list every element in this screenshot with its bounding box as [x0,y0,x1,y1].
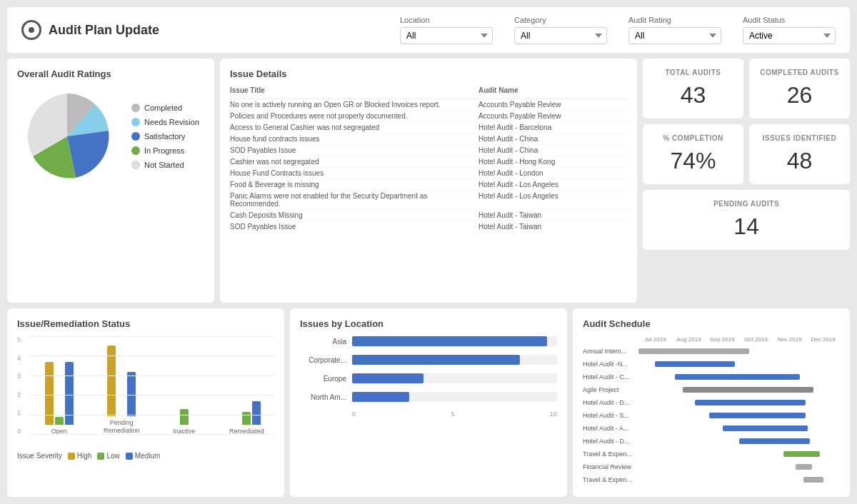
issue-title-2: Access to General Cashier was not segreg… [230,122,478,133]
hbar-asia: Asia [300,336,557,346]
gantt-bar-5 [709,413,806,418]
gantt-row-0: Annual Intern... [583,346,840,357]
high-legend-icon [68,453,75,460]
needs-revision-label: Needs Revision [144,118,199,126]
asia-label: Asia [300,338,346,346]
europe-label: Europe [300,375,346,383]
medium-legend-item: Medium [126,452,161,460]
issue-row-10: SOD Payables IssueHotel Audit - Taiwan [230,221,627,233]
y0: 0 [17,428,21,435]
location-label: Location [400,16,493,24]
audit-status-filter: Audit Status Active [743,16,836,44]
corporate-label: Corporate... [300,356,346,364]
gantt-chart: Jul 2019 Aug 2019 Sep 2019 Oct 2019 Nov … [583,336,840,487]
not-started-dot [131,161,140,169]
in-progress-dot [131,146,140,155]
issue-title-9: Cash Deposits Missing [230,210,478,221]
gantt-name-5: Hotel Audit - S... [583,412,638,419]
audit-name-6: Hotel Audit - London [478,168,627,179]
pending-audits-card: PENDING AUDITS 14 [643,190,850,250]
issue-remediation-title: Issue/Remediation Status [17,318,274,329]
gantt-timeline-1 [638,361,840,368]
satisfactory-dot [131,132,140,141]
category-select[interactable]: All [514,27,607,44]
issue-severity-label: Issue Severity [17,452,62,460]
top-stats-grid: TOTAL AUDITS 43 COMPLETED AUDITS 26 % CO… [643,59,850,184]
gantt-name-8: Travel & Expen... [583,450,638,458]
medium-legend-label: Medium [135,452,161,460]
audit-name-4: Hotel Audit - China [478,145,627,156]
audit-col-header: Audit Name [478,86,627,99]
audit-name-3: Hotel Audit - China [478,133,627,145]
gantt-bar-0 [638,348,749,354]
gantt-timeline-6 [638,425,840,432]
audit-name-8: Hotel Audit - Los Angeles [478,191,627,210]
asia-fill [352,336,547,346]
audit-rating-select[interactable]: All [628,27,721,44]
pct-completion-label: % COMPLETION [653,134,733,142]
location-select[interactable]: All [400,27,493,44]
location-filter: Location All [400,16,493,44]
y3: 3 [17,373,21,380]
needs-revision-dot [131,118,140,126]
audit-rating-filter: Audit Rating All [628,16,721,44]
grid-line-1 [30,415,274,415]
satisfactory-label: Satisfactory [144,132,185,141]
gantt-rows-container: Annual Intern...Hotel Audit -N...Hotel A… [583,346,840,485]
gantt-row-8: Travel & Expen... [583,448,840,460]
high-legend-item: High [68,452,92,460]
gantt-timeline-5 [638,412,840,419]
issue-row-9: Cash Deposits MissingHotel Audit - Taiwa… [230,210,627,221]
legend-completed: Completed [131,104,199,112]
grid-line-2 [30,395,274,395]
issue-title-1: Policies and Procedures were not properl… [230,111,478,122]
gantt-bar-10 [803,477,823,483]
gantt-name-6: Hotel Audit - A... [583,425,638,432]
audit-status-label: Audit Status [743,16,836,24]
audit-schedule-title: Audit Schedule [583,318,840,329]
medium-legend-icon [126,453,133,460]
issue-row-7: Food & Beverage is missingHotel Audit - … [230,179,627,191]
audit-name-1: Accounts Payable Review [478,111,627,122]
high-legend-label: High [77,452,92,460]
gantt-name-1: Hotel Audit -N... [583,361,638,368]
completed-audits-value: 26 [759,82,840,109]
audit-status-select[interactable]: Active [743,27,836,44]
grid-line-4 [30,356,274,356]
legend-needs-revision: Needs Revision [131,118,199,126]
issue-row-6: House Fund Contracts issuesHotel Audit -… [230,168,627,179]
issue-title-5: Cashier was not segregated [230,156,478,168]
northam-label: North Am... [300,393,346,401]
gantt-row-1: Hotel Audit -N... [583,358,840,370]
low-legend-label: Low [106,452,119,460]
gantt-row-2: Hotel Audit - C... [583,371,840,383]
issue-row-0: No one is actively running an Open GR or… [230,99,627,111]
y1: 1 [17,409,21,416]
overall-ratings-card: Overall Audit Ratings [7,59,214,303]
gantt-timeline-4 [638,399,840,406]
issue-row-2: Access to General Cashier was not segreg… [230,122,627,133]
bar-chart-wrapper: 5 4 3 2 1 0 [17,336,274,450]
axis-0: 0 [352,410,356,418]
gantt-row-3: Agile Project [583,384,840,395]
issue-row-5: Cashier was not segregatedHotel Audit - … [230,156,627,168]
audit-name-0: Accounts Payable Review [478,99,627,111]
issue-details-title: Issue Details [230,69,627,79]
issue-details-card: Issue Details Issue Title Audit Name No … [220,59,637,303]
audit-name-10: Hotel Audit - Taiwan [478,221,627,233]
gantt-row-4: Hotel Audit - D... [583,397,840,408]
gantt-row-6: Hotel Audit - A... [583,423,840,434]
gantt-bar-7 [739,438,810,444]
app-title: Audit Plan Update [21,20,379,40]
y5: 5 [17,336,21,343]
pie-area: Completed Needs Revision Satisfactory In… [17,86,204,186]
gantt-bar-1 [655,361,736,367]
gantt-timeline-3 [638,386,840,393]
issue-title-10: SOD Payables Issue [230,221,478,233]
issue-row-3: House fund contracts issuesHotel Audit -… [230,133,627,145]
gantt-months: Jul 2019 Aug 2019 Sep 2019 Oct 2019 Nov … [583,336,840,343]
month-aug: Aug 2019 [672,336,706,343]
gantt-row-10: Travel & Expen... [583,474,840,485]
issue-remediation-card: Issue/Remediation Status 5 4 3 2 1 0 [7,308,284,497]
pct-completion-value: 74% [653,148,733,174]
